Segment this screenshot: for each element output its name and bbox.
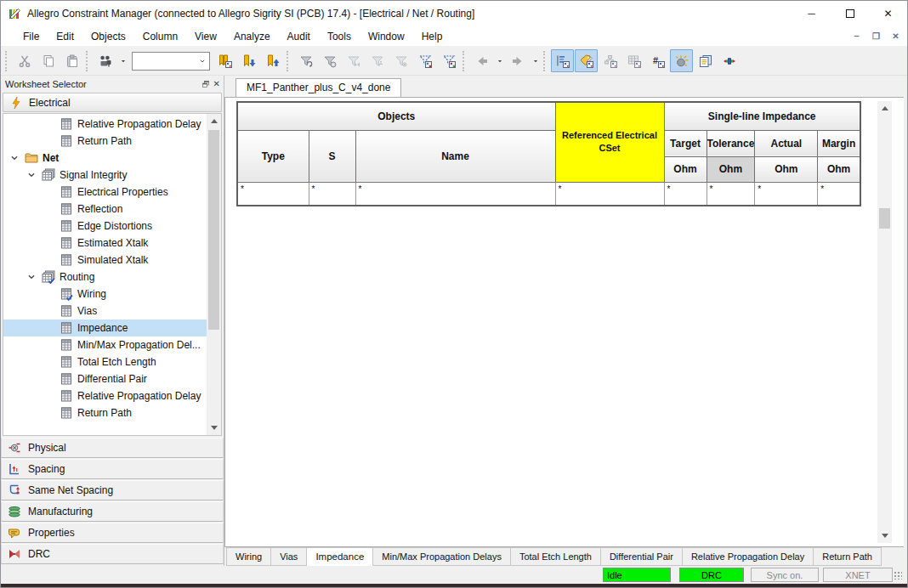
tree-item-relative-propagation-delay[interactable]: Relative Propagation Delay — [3, 387, 207, 404]
column-header-tolerance[interactable]: Tolerance — [707, 130, 755, 156]
maximize-button[interactable] — [831, 1, 869, 26]
mdi-close-button[interactable]: ✕ — [888, 29, 903, 42]
column-header-margin[interactable]: Margin — [818, 130, 860, 156]
sidebar-section-properties[interactable]: Properties — [1, 523, 224, 543]
table-scroll-up-icon[interactable] — [877, 101, 892, 116]
bookmarks-button[interactable] — [213, 49, 236, 72]
tree-item-edge-distortions[interactable]: Edge Distortions — [3, 218, 207, 235]
menu-window[interactable]: Window — [360, 28, 413, 45]
tree-item-differential-pair[interactable]: Differential Pair — [3, 370, 207, 387]
view-table-button[interactable] — [622, 49, 645, 72]
tree-scrollbar-thumb[interactable] — [208, 130, 219, 330]
filter-cell-tolerance[interactable]: * — [707, 182, 755, 206]
tree-item-routing[interactable]: Routing — [3, 269, 207, 286]
tab-return-path[interactable]: Return Path — [814, 547, 882, 566]
filter-cell-margin[interactable]: * — [818, 182, 860, 206]
column-header-target[interactable]: Target — [664, 130, 707, 156]
tab-relative-propagation-delay[interactable]: Relative Propagation Delay — [683, 547, 814, 566]
tree-item-signal-integrity[interactable]: Signal Integrity — [3, 167, 207, 184]
filter-cell-target[interactable]: * — [664, 182, 707, 206]
menu-edit[interactable]: Edit — [48, 28, 82, 45]
tree-item-return-path[interactable]: Return Path — [3, 133, 207, 150]
column-header-type[interactable]: Type — [237, 130, 309, 182]
tree-item-total-etch-length[interactable]: Total Etch Length — [3, 353, 207, 370]
view-objects-button[interactable] — [551, 49, 574, 72]
find-button[interactable] — [94, 49, 116, 72]
nav-back-button[interactable] — [470, 49, 493, 72]
mdi-minimize-button[interactable]: ‒ — [849, 29, 864, 42]
filter-cell-s[interactable]: * — [309, 182, 355, 206]
tree-item-impedance[interactable]: Impedance — [3, 319, 207, 336]
bookmark-down-button[interactable] — [237, 49, 260, 72]
filter-drc-button[interactable] — [342, 49, 365, 72]
tab-min-max-propagation-delays[interactable]: Min/Max Propagation Delays — [373, 547, 511, 566]
scroll-up-icon[interactable] — [207, 114, 221, 128]
filter-table-red-button[interactable] — [437, 49, 460, 72]
unit-header-tolerance[interactable]: Ohm — [707, 156, 755, 182]
table-scrollbar-thumb[interactable] — [879, 208, 890, 229]
column-header-actual[interactable]: Actual — [755, 130, 818, 156]
mdi-restore-button[interactable]: ❐ — [869, 29, 883, 42]
tree-item-relative-propagation-delay[interactable]: Relative Propagation Delay — [3, 116, 207, 133]
sidebar-section-same-net-spacing[interactable]: Same Net Spacing — [1, 480, 224, 500]
resize-grip[interactable] — [894, 571, 902, 580]
copy-button[interactable] — [37, 49, 60, 72]
filter-clear-button[interactable] — [318, 49, 341, 72]
view-windows-button[interactable] — [694, 49, 717, 72]
tree-item-reflection[interactable]: Reflection — [3, 201, 207, 218]
tree-scrollbar[interactable] — [207, 114, 221, 435]
table-scroll-down-icon[interactable] — [877, 529, 892, 543]
sync-button[interactable]: Sync on. — [751, 568, 819, 582]
tab-impedance[interactable]: Impedance — [307, 547, 373, 566]
filter-cell-type[interactable]: * — [237, 182, 309, 206]
tree-item-electrical-properties[interactable]: Electrical Properties — [3, 184, 207, 201]
view-highlight-button[interactable] — [670, 49, 693, 72]
tree-item-simulated-xtalk[interactable]: Simulated Xtalk — [3, 252, 207, 269]
unit-header-target[interactable]: Ohm — [664, 156, 707, 182]
paste-button[interactable] — [60, 49, 83, 72]
menu-column[interactable]: Column — [134, 28, 186, 45]
nav-forward-button[interactable] — [506, 49, 529, 72]
column-header-name[interactable]: Name — [355, 130, 555, 182]
unit-header-actual[interactable]: Ohm — [755, 156, 818, 182]
filter-spark-button[interactable] — [389, 49, 412, 72]
xnet-button[interactable]: XNET — [823, 568, 893, 582]
tab-total-etch-length[interactable]: Total Etch Length — [511, 547, 601, 566]
filter-cell-name[interactable]: * — [355, 182, 555, 206]
tree-item-vias[interactable]: Vias — [3, 302, 207, 319]
tree-item-estimated-xtalk[interactable]: Estimated Xtalk — [3, 235, 207, 252]
cut-button[interactable] — [13, 49, 36, 72]
view-xnet-button[interactable] — [718, 49, 741, 72]
menu-file[interactable]: File — [14, 28, 48, 45]
menu-objects[interactable]: Objects — [82, 28, 134, 45]
sidebar-section-electrical[interactable]: Electrical — [3, 93, 222, 112]
tree-item-min-max-propagation-del[interactable]: Min/Max Propagation Del... — [3, 336, 207, 353]
bookmark-up-button[interactable] — [261, 49, 284, 72]
menu-view[interactable]: View — [186, 28, 225, 45]
tab-vias[interactable]: Vias — [271, 547, 307, 566]
float-panel-icon[interactable] — [201, 80, 210, 88]
caret-down-button[interactable] — [117, 49, 128, 72]
column-group-single-line-impedance[interactable]: Single-line Impedance — [664, 102, 860, 130]
scroll-down-icon[interactable] — [207, 421, 221, 435]
view-tag-button[interactable] — [575, 49, 598, 72]
close-button[interactable]: ✕ — [869, 1, 907, 26]
tab-wiring[interactable]: Wiring — [226, 547, 271, 566]
filter-branch-button[interactable] — [366, 49, 389, 72]
view-hierarchy-button[interactable] — [599, 49, 621, 72]
caret-down-button[interactable] — [530, 49, 541, 72]
document-tab[interactable]: MF1_Panther_plus_C_v4_done — [236, 78, 401, 97]
filter-cell-actual[interactable]: * — [755, 182, 818, 206]
sidebar-section-drc[interactable]: DRC — [1, 544, 224, 564]
column-group-objects[interactable]: Objects — [237, 102, 555, 130]
column-header-referenced-cset[interactable]: Referenced Electrical CSet — [555, 102, 664, 182]
menu-audit[interactable]: Audit — [279, 28, 319, 45]
menu-help[interactable]: Help — [413, 28, 451, 45]
minimize-button[interactable]: ─ — [792, 1, 831, 26]
tree-item-return-path[interactable]: Return Path — [3, 404, 207, 421]
table-scrollbar[interactable] — [877, 101, 892, 543]
tree-item-net[interactable]: Net — [3, 150, 207, 167]
unit-header-margin[interactable]: Ohm — [818, 156, 860, 182]
sidebar-section-physical[interactable]: Physical — [1, 438, 224, 458]
caret-down-button[interactable] — [494, 49, 505, 72]
